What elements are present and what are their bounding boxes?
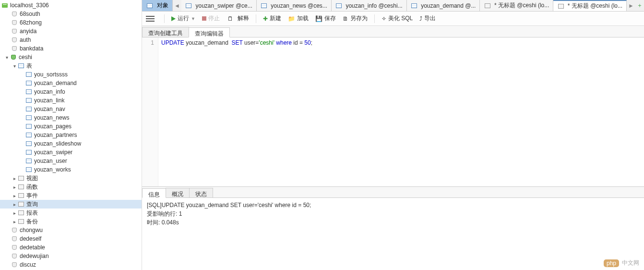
database-node[interactable]: auth [0, 36, 142, 44]
table-node[interactable]: youzan_news [0, 113, 142, 122]
new-button[interactable]: ✚新建 [263, 14, 281, 23]
table-node[interactable]: youzan_swiper [0, 148, 142, 157]
table-icon [25, 140, 33, 147]
table-icon [25, 131, 33, 139]
table-icon [25, 123, 33, 130]
database-node[interactable]: dedewujian [0, 252, 142, 260]
database-node[interactable]: dedetable [0, 243, 142, 252]
wand-icon: ✧ [382, 15, 386, 22]
beautify-button[interactable]: ✧美化 SQL [382, 14, 413, 23]
table-icon [185, 2, 192, 10]
new-icon: ✚ [263, 15, 268, 22]
folder-label: 视图 [26, 174, 38, 183]
folder-node-query[interactable]: ▸ 查询 [0, 200, 142, 209]
database-label: ceshi [19, 54, 32, 61]
database-node[interactable]: bankdata [0, 44, 142, 53]
folder-label: 报表 [26, 209, 38, 217]
scroll-left-button[interactable]: ◄ [173, 2, 181, 9]
table-icon [25, 166, 33, 173]
table-node[interactable]: youzan_works [0, 165, 142, 174]
table-icon [335, 2, 343, 10]
table-label: youzan_partners [34, 132, 77, 138]
table-node[interactable]: youzan_nav [0, 105, 142, 113]
editor-tab[interactable]: youzan_news @ces... [257, 0, 332, 11]
table-node[interactable]: youzan_slideshow [0, 139, 142, 148]
table-icon [25, 79, 33, 87]
table-node[interactable]: youzan_partners [0, 131, 142, 139]
editor-tab[interactable]: youzan_info @ceshi... [332, 0, 407, 11]
folder-node-view[interactable]: ▸ 视图 [0, 174, 142, 183]
save-button[interactable]: 💾保存 [315, 14, 336, 23]
server-icon [1, 1, 9, 9]
folder-label: 事件 [26, 192, 38, 200]
folder-node-backup[interactable]: ▸ 备份 [0, 217, 142, 226]
table-node[interactable]: youzan_link [0, 96, 142, 105]
editor-tab[interactable]: youzan_swiper @ce... [181, 0, 257, 11]
table-icon [25, 114, 33, 122]
svg-rect-1 [3, 4, 7, 5]
run-button[interactable]: 运行▼ [171, 14, 195, 23]
table-icon [25, 105, 33, 113]
result-output[interactable]: [SQL]UPDATE youzan_demand SET user='cesh… [142, 198, 644, 270]
result-summary-tab[interactable]: 概况 [166, 188, 190, 197]
table-node[interactable]: youzan_demand [0, 79, 142, 87]
database-label: chongwu [20, 227, 43, 233]
load-button[interactable]: 📁加载 [288, 14, 309, 23]
dropdown-caret-icon: ▼ [191, 16, 195, 21]
database-icon [11, 45, 18, 52]
editor-tab[interactable]: * 无标题 @ceshi (lo... [553, 0, 627, 11]
database-icon [11, 36, 18, 44]
table-icon [261, 2, 268, 10]
query-builder-tab[interactable]: 查询创建工具 [142, 27, 189, 37]
database-node-active[interactable]: ▾ ceshi [0, 53, 142, 61]
folder-node-event[interactable]: ▸ 事件 [0, 191, 142, 200]
table-node[interactable]: youzan_info [0, 87, 142, 96]
folder-node-fx[interactable]: ▸ 函数 [0, 183, 142, 191]
folder-label: 函数 [26, 183, 38, 191]
tables-group[interactable]: ▾ 表 [0, 61, 142, 70]
svg-rect-0 [2, 3, 8, 8]
stop-icon [202, 16, 206, 21]
table-label: youzan_pages [34, 123, 72, 130]
database-label: dedeself [20, 235, 41, 242]
database-icon [11, 252, 18, 260]
database-node[interactable]: discuz [0, 260, 142, 269]
query-icon [17, 200, 25, 208]
database-icon [11, 244, 18, 251]
connection-tree[interactable]: localhost_3306 68south 68zhong anyida au… [0, 0, 142, 270]
result-tabs: 信息 概况 状态 [142, 186, 644, 198]
object-tab[interactable]: 对象 [142, 0, 173, 11]
explain-button[interactable]: 🗒解释 [227, 14, 249, 23]
tab-label: youzan_info @ceshi... [346, 2, 402, 9]
database-icon [11, 10, 18, 18]
caret-right-icon: ▸ [12, 193, 17, 198]
new-tab-button[interactable]: ＋ [635, 1, 644, 10]
export-button[interactable]: ⤴导出 [419, 14, 436, 23]
result-line: 时间: 0.048s [147, 218, 639, 227]
result-info-tab[interactable]: 信息 [142, 188, 166, 198]
table-node[interactable]: youzan_user [0, 157, 142, 165]
saveas-button[interactable]: 🗎另存为 [343, 14, 368, 23]
toolbar: 运行▼ 停止 🗒解释 ✚新建 📁加载 💾保存 🗎另存为 ✧美化 SQL ⤴导出 [142, 12, 644, 26]
folder-icon: 📁 [288, 15, 295, 22]
database-node[interactable]: 68zhong [0, 18, 142, 27]
caret-down-icon: ▾ [12, 63, 17, 69]
folder-node-report[interactable]: ▸ 报表 [0, 209, 142, 217]
database-node[interactable]: chongwu [0, 226, 142, 234]
query-editor-tab[interactable]: 查询编辑器 [189, 27, 230, 37]
scroll-right-button[interactable]: ► [627, 2, 635, 9]
database-node[interactable]: 68south [0, 10, 142, 18]
database-node[interactable]: anyida [0, 27, 142, 36]
database-node[interactable]: dedeself [0, 234, 142, 243]
editor-tab[interactable]: youzan_demand @... [407, 0, 480, 11]
table-label: youzan_info [34, 88, 65, 95]
table-node[interactable]: youzan_pages [0, 122, 142, 131]
sql-editor[interactable]: 1 UPDATE youzan_demand SET user='ceshi' … [142, 37, 644, 186]
sql-code[interactable]: UPDATE youzan_demand SET user='ceshi' wh… [158, 37, 312, 186]
connection-node[interactable]: localhost_3306 [0, 1, 142, 10]
table-node[interactable]: you_sortssss [0, 70, 142, 79]
editor-tab[interactable]: * 无标题 @ceshi (lo... [480, 0, 553, 11]
result-status-tab[interactable]: 状态 [189, 188, 213, 197]
report-icon [17, 209, 25, 217]
menu-icon[interactable] [146, 16, 155, 22]
